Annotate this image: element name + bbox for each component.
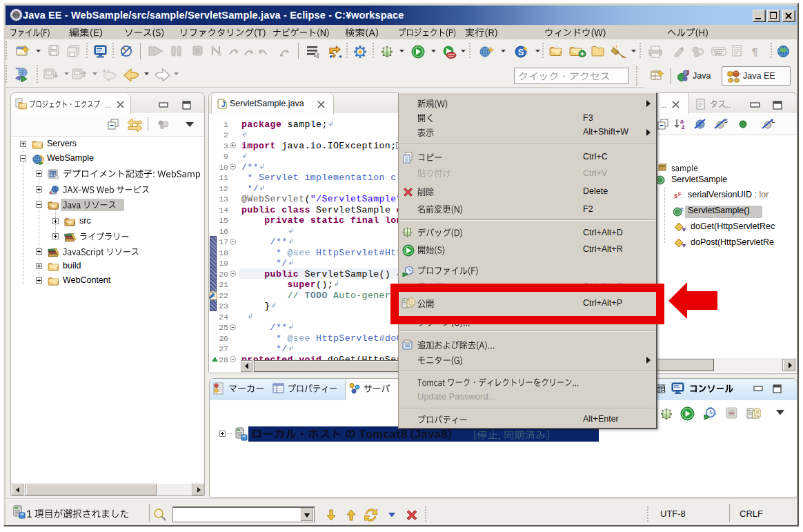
svg-text:F: F xyxy=(678,191,682,197)
svg-text:J: J xyxy=(221,101,226,108)
svg-text:z: z xyxy=(682,124,685,130)
svg-text:J: J xyxy=(686,69,690,77)
svg-text:S: S xyxy=(518,47,524,57)
svg-text:c: c xyxy=(680,207,684,213)
svg-text:3.1: 3.1 xyxy=(50,172,56,177)
